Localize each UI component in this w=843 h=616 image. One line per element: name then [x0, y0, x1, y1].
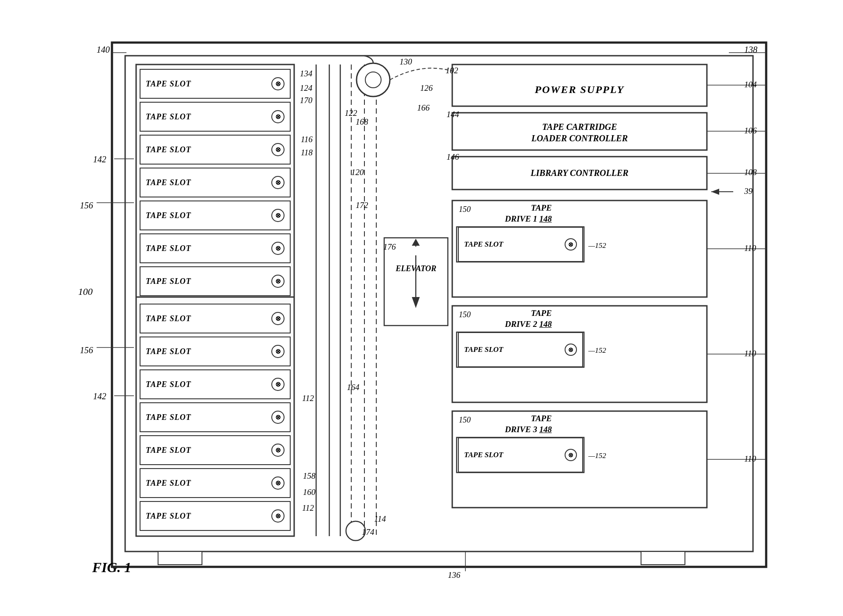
ref-142-bot: 142 — [93, 391, 106, 401]
tape-slot-11: TAPE SLOT ⊗ — [140, 402, 291, 432]
drive3-slot-ref: —152 — [588, 451, 606, 460]
elevator-label: ELEVATOR — [396, 264, 436, 273]
ref-130: 130 — [400, 57, 412, 67]
figure-label: FIG. 1 — [92, 559, 131, 576]
ref-134: 134 — [300, 69, 313, 79]
tape-slot-2-label: TAPE SLOT — [146, 112, 191, 122]
drive2-header: TAPEDRIVE 2 148 — [505, 308, 552, 329]
tape-slot-3-label: TAPE SLOT — [146, 145, 191, 154]
tape-slot-1-label: TAPE SLOT — [146, 79, 191, 89]
drive1-slot-x: ⊗ — [565, 238, 577, 251]
ref-116: 116 — [301, 135, 313, 144]
tape-slot-5-x: ⊗ — [271, 209, 285, 222]
drive3-header: TAPEDRIVE 3 148 — [505, 413, 552, 435]
tape-slot-4: TAPE SLOT ⊗ — [140, 168, 291, 197]
drive1-ref: 148 — [539, 214, 552, 223]
ref-142-top: 142 — [93, 154, 106, 165]
tape-slot-2-x: ⊗ — [271, 110, 285, 123]
tape-slot-1: TAPE SLOT ⊗ — [140, 69, 291, 99]
tape-slot-7-label: TAPE SLOT — [146, 277, 191, 286]
ref-172: 172 — [356, 201, 368, 210]
drive1-slot-ref: —152 — [588, 241, 606, 250]
tape-slot-14-label: TAPE SLOT — [146, 512, 191, 521]
drive3-slot-label: TAPE SLOT — [464, 451, 503, 459]
tape-slot-8: TAPE SLOT ⊗ — [140, 304, 291, 333]
ref-39: 39 — [744, 186, 753, 196]
tape-slot-14-x: ⊗ — [271, 509, 285, 523]
drive2-slot-label: TAPE SLOT — [464, 345, 503, 354]
svg-rect-42 — [158, 552, 202, 565]
loader-controller-text: TAPE CARTRIDGELOADER CONTROLLER — [531, 121, 627, 144]
ref-124: 124 — [300, 83, 313, 93]
tape-slot-5: TAPE SLOT ⊗ — [140, 201, 291, 230]
ref-120: 120 — [351, 168, 364, 177]
drive1-num: 150 — [459, 205, 471, 214]
ref-106: 106 — [744, 126, 757, 136]
ref-168: 168 — [356, 117, 368, 127]
drive3-slot-x: ⊗ — [565, 449, 577, 461]
drive1-slot-label: TAPE SLOT — [464, 240, 503, 249]
svg-rect-43 — [641, 552, 685, 565]
tape-slot-6-label: TAPE SLOT — [146, 244, 191, 253]
drive2-num: 150 — [459, 310, 471, 319]
ref-156-bot: 156 — [80, 345, 93, 355]
ref-102: 102 — [446, 66, 458, 75]
loader-controller-container: TAPE CARTRIDGELOADER CONTROLLER — [457, 115, 702, 150]
tape-slot-10: TAPE SLOT ⊗ — [140, 369, 291, 399]
tape-slot-12-label: TAPE SLOT — [146, 446, 191, 455]
ref-104: 104 — [744, 80, 757, 90]
ref-174: 174 — [362, 527, 375, 537]
ref-112b: 112 — [302, 503, 314, 513]
svg-point-20 — [357, 63, 390, 97]
tape-slot-8-x: ⊗ — [271, 312, 285, 325]
ref-110-3: 110 — [744, 454, 756, 464]
tape-slot-4-x: ⊗ — [271, 176, 285, 189]
tape-slot-6-x: ⊗ — [271, 242, 285, 255]
tape-slot-8-label: TAPE SLOT — [146, 314, 191, 323]
tape-slot-10-x: ⊗ — [271, 378, 285, 391]
tape-slot-3-x: ⊗ — [271, 143, 285, 156]
ref-138: 138 — [744, 45, 757, 55]
svg-marker-41 — [711, 189, 719, 195]
svg-point-21 — [365, 72, 381, 88]
diagram-container: TAPE SLOT ⊗ TAPE SLOT ⊗ TAPE SLOT ⊗ TAPE… — [70, 27, 773, 589]
tape-slot-9-label: TAPE SLOT — [146, 347, 191, 356]
tape-slot-7-x: ⊗ — [271, 275, 285, 288]
library-controller-text: LIBRARY CONTROLLER — [531, 168, 629, 178]
svg-marker-26 — [412, 239, 420, 246]
drive1-header: TAPEDRIVE 1 148 — [505, 203, 552, 224]
elevator-container: ELEVATOR — [386, 264, 446, 273]
ref-126: 126 — [420, 83, 433, 93]
ref-100: 100 — [78, 286, 93, 297]
tape-slot-2: TAPE SLOT ⊗ — [140, 102, 291, 132]
ref-140: 140 — [97, 45, 110, 55]
ref-146: 146 — [447, 152, 459, 162]
ref-122: 122 — [345, 108, 357, 118]
ref-164: 164 — [347, 383, 360, 392]
ref-176: 176 — [383, 242, 396, 252]
tape-slot-9-x: ⊗ — [271, 345, 285, 358]
tape-slot-1-x: ⊗ — [271, 77, 285, 90]
drive2-slot: TAPE SLOT ⊗ — [458, 332, 583, 367]
ref-170: 170 — [300, 96, 313, 105]
tape-slot-5-label: TAPE SLOT — [146, 211, 191, 220]
ref-158: 158 — [303, 471, 316, 481]
ref-114: 114 — [374, 514, 386, 524]
tape-slot-13-x: ⊗ — [271, 476, 285, 490]
drive3-slot: TAPE SLOT ⊗ — [458, 437, 583, 473]
ref-112: 112 — [302, 394, 314, 403]
ref-108: 108 — [744, 168, 757, 177]
tape-slot-9: TAPE SLOT ⊗ — [140, 337, 291, 366]
ref-160: 160 — [303, 487, 316, 497]
tape-slot-11-x: ⊗ — [271, 411, 285, 424]
drive1-slot: TAPE SLOT ⊗ — [458, 227, 583, 262]
tape-slot-11-label: TAPE SLOT — [146, 413, 191, 422]
ref-136: 136 — [448, 570, 461, 580]
tape-slot-4-label: TAPE SLOT — [146, 178, 191, 187]
drive2-slot-ref: —152 — [588, 346, 606, 355]
tape-slot-3: TAPE SLOT ⊗ — [140, 135, 291, 165]
tape-slot-7: TAPE SLOT ⊗ — [140, 266, 291, 296]
ref-110-1: 110 — [744, 244, 756, 253]
tape-slot-6: TAPE SLOT ⊗ — [140, 233, 291, 263]
library-controller-container: LIBRARY CONTROLLER — [457, 159, 702, 187]
